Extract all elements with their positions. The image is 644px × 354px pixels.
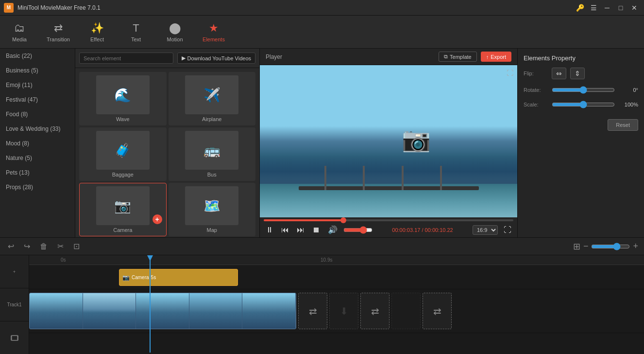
svg-rect-4 [17,338,18,339]
timeline-body: + Track1 0s 10.9s [0,255,644,354]
volume-button[interactable]: 🔊 [326,224,339,235]
sidebar-item-love-wedding[interactable]: Love & Wedding (33) [0,122,75,136]
element-baggage[interactable]: 🧳 Baggage [79,127,167,181]
flip-label: Flip: [524,71,548,76]
main-content: Basic (22) Business (5) Emoji (11) Festi… [0,49,644,237]
element-map-label: Map [207,227,217,233]
transition-arrow-2: ⬇ [340,305,348,317]
transition-slot-1[interactable]: ⇄ [298,293,327,329]
element-camera[interactable]: 📷 Camera + [79,183,167,236]
cut-button[interactable]: ✂ [55,241,66,252]
svg-rect-2 [11,338,12,339]
zoom-slider[interactable] [591,243,630,250]
stop-button[interactable]: ⏹ [310,225,322,235]
clip-duration: 5s [151,275,156,280]
player-actions: ⧉ Template ↑ Export [439,52,511,62]
toolbar-item-elements[interactable]: ★ Elements [194,16,233,49]
player-header: Player ⧉ Template ↑ Export [260,49,517,65]
transition-arrow-3: ⇄ [371,305,379,317]
next-button[interactable]: ⏭ [295,225,306,235]
progress-handle[interactable] [340,217,346,223]
toolbar-item-media[interactable]: 🗂 Media [0,16,39,49]
element-clip[interactable]: 📷 Camera 5s [119,269,238,286]
zoom-out-button[interactable]: − [583,241,589,251]
svg-rect-1 [11,336,12,337]
maximize-button[interactable]: □ [615,2,627,14]
playhead[interactable] [150,255,151,353]
track-labels: + Track1 [0,255,29,354]
toolbar-item-transition[interactable]: ⇄ Transition [39,16,78,49]
sidebar-item-basic[interactable]: Basic (22) [0,49,75,63]
flip-vertical-button[interactable]: ⇕ [570,68,585,79]
flip-horizontal-button[interactable]: ⇔ [552,68,566,79]
sidebar-item-food[interactable]: Food (8) [0,107,75,122]
element-wave-thumb: 🌊 [96,75,150,114]
add-track-button[interactable]: + [0,255,29,288]
transition-slot-2[interactable]: ⬇ [329,293,358,329]
element-airplane[interactable]: ✈️ Airplane [169,72,256,125]
transition-arrow-1: ⇄ [309,305,317,317]
video-track-row: ⇄ ⬇ ⇄ ⇄ [29,289,644,333]
prev-button[interactable]: ⏮ [279,225,291,235]
element-wave[interactable]: 🌊 Wave [79,72,167,125]
toolbar-label-transition: Transition [47,36,70,42]
reset-button[interactable]: Reset [608,119,638,131]
rotate-slider[interactable] [552,86,615,94]
scale-slider[interactable] [552,101,615,108]
element-baggage-label: Baggage [112,172,134,177]
element-wave-label: Wave [116,116,130,122]
player-controls: ⏸ ⏮ ⏭ ⏹ 🔊 00:00:03.17 / 00:00:10.22 16:9… [260,217,517,237]
sidebar: Basic (22) Business (5) Emoji (11) Festi… [0,49,75,237]
effect-icon: ✨ [91,22,104,35]
zoom-in-button[interactable]: + [633,241,638,251]
sidebar-item-business[interactable]: Business (5) [0,63,75,78]
element-airplane-thumb: ✈️ [185,75,238,114]
video-clip-row: ⇄ ⬇ ⇄ ⇄ [29,292,644,331]
menu-button[interactable]: ☰ [588,2,599,14]
tracks-container: 0s 10.9s 📷 Camera 5s [29,255,644,354]
search-input[interactable] [79,53,173,64]
undo-button[interactable]: ↩ [6,241,16,252]
redo-button[interactable]: ↪ [22,241,32,252]
sidebar-item-nature[interactable]: Nature (5) [0,151,75,165]
element-map[interactable]: 🗺️ Map [169,183,256,236]
fullscreen-button[interactable]: ⛶ [502,225,513,235]
minimize-button[interactable]: ─ [601,2,613,14]
template-button[interactable]: ⧉ Template [439,52,477,62]
delete-button[interactable]: 🗑 [38,241,50,252]
total-time: 00:00:10.22 [425,227,453,233]
export-button[interactable]: ↑ Export [481,52,511,62]
toolbar-item-motion[interactable]: ⬤ Motion [155,16,194,49]
elements-icon: ★ [209,22,219,35]
toolbar-item-effect[interactable]: ✨ Effect [78,16,117,49]
media-icon: 🗂 [14,22,25,35]
rotate-label: Rotate: [524,87,548,93]
sidebar-item-festival[interactable]: Festival (47) [0,92,75,107]
video-frame-1 [30,293,83,329]
transition-icon: ⇄ [54,22,63,35]
transition-slot-3[interactable]: ⇄ [360,293,390,329]
video-clip[interactable] [29,293,296,329]
transition-slot-4[interactable] [391,293,421,329]
crop-button[interactable]: ⊡ [71,241,82,252]
progress-bar[interactable] [264,219,513,221]
toolbar-item-text[interactable]: T Text [117,16,155,49]
player-title: Player [266,53,282,60]
clip-camera-icon: 📷 [122,274,130,281]
volume-slider[interactable] [343,226,373,234]
settings-button[interactable]: 🔑 [574,2,586,14]
sidebar-item-pets[interactable]: Pets (13) [0,165,75,180]
zoom-fit-button[interactable]: ⊞ [573,241,580,252]
expand-video-button[interactable]: ⛶ [507,69,513,77]
sidebar-item-mood[interactable]: Mood (8) [0,136,75,151]
transition-slot-5[interactable]: ⇄ [423,293,452,329]
pause-button[interactable]: ⏸ [264,225,275,235]
sidebar-item-props[interactable]: Props (28) [0,180,75,195]
download-youtube-button[interactable]: ▶ Download YouTube Videos [177,53,256,64]
aspect-ratio-select[interactable]: 16:9 4:3 1:1 9:16 [473,225,498,235]
titlebar: M MiniTool MovieMaker Free 7.0.1 🔑 ☰ ─ □… [0,0,644,16]
sidebar-item-emoji[interactable]: Emoji (11) [0,78,75,92]
track1-label: Track1 [0,288,29,321]
close-button[interactable]: ✕ [628,2,640,14]
element-bus[interactable]: 🚌 Bus [169,127,256,181]
